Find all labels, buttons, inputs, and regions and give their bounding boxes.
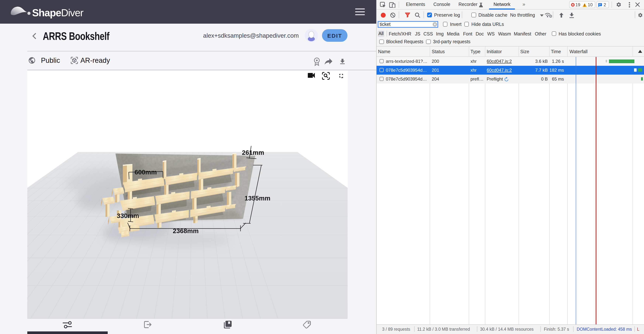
svg-text:600mm: 600mm <box>135 169 157 176</box>
svg-text:ShapeDiver: ShapeDiver <box>32 7 84 19</box>
svg-text:2368mm: 2368mm <box>173 227 198 234</box>
svg-text:330mm: 330mm <box>117 212 139 219</box>
svg-text:1355mm: 1355mm <box>244 195 270 202</box>
svg-text:261mm: 261mm <box>242 149 264 156</box>
